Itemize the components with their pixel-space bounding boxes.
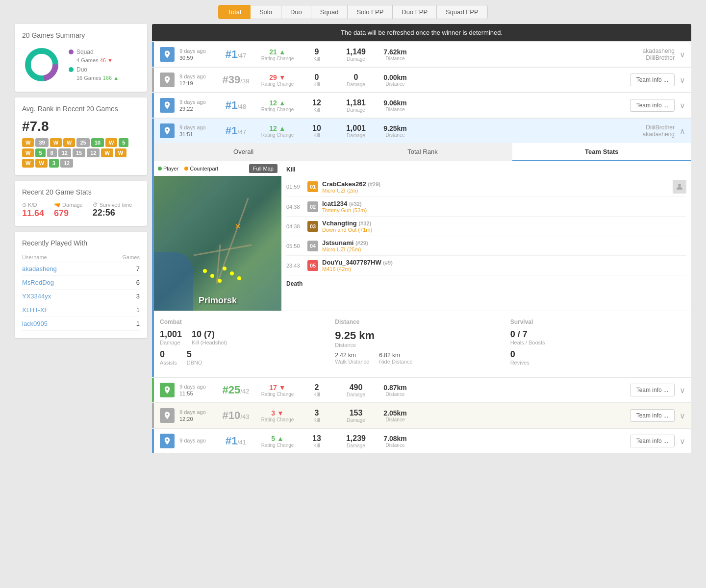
avg-rank-title: Avg. Rank in Recent 20 Games <box>22 105 140 113</box>
fullmap-button[interactable]: Full Map <box>249 164 277 173</box>
match-rating-1: 21 ▲ Rating Change <box>258 48 297 61</box>
match-kills-1: 9 Kill <box>297 48 336 62</box>
games-count: 1 <box>101 317 140 331</box>
kill-weapon-1: Micro UZI (2m) <box>322 188 380 194</box>
badge-15: 15 <box>73 148 85 157</box>
match-header-5[interactable]: 9 days ago 11:55 #25/42 17 ▼ Rating Chan… <box>154 378 691 402</box>
chevron-down-icon-6[interactable]: ∨ <box>680 411 685 420</box>
damage-value: 679 <box>54 208 83 219</box>
chevron-down-icon-2[interactable]: ∨ <box>680 75 685 85</box>
kill-rank-badge-1: 01 <box>307 181 318 192</box>
tab-team-stats[interactable]: Team Stats <box>512 143 691 161</box>
tab-solo[interactable]: Solo <box>251 5 281 19</box>
match-players-2: Team info ... <box>415 74 675 86</box>
team-info-button-6[interactable]: Team info ... <box>630 409 675 422</box>
summary-title: 20 Games Summary <box>22 31 140 39</box>
match-distance-1: 7.62km Distance <box>376 48 415 61</box>
tab-total-rank[interactable]: Total Rank <box>333 143 512 161</box>
donut-chart <box>22 45 61 84</box>
ride-val: 6.82 km <box>379 352 412 359</box>
kill-rank-badge-5: 05 <box>307 260 318 271</box>
chevron-down-icon-1[interactable]: ∨ <box>680 50 685 59</box>
match-icon-7 <box>160 434 175 448</box>
match-row-expanded: 9 days ago 31:51 #1/47 12 ▲ Rating Chang… <box>152 119 691 377</box>
chevron-down-icon-3[interactable]: ∨ <box>680 101 685 110</box>
svg-point-2 <box>31 54 52 75</box>
badge-w3: W <box>63 138 75 147</box>
match-header-2[interactable]: 9 days ago 12:19 #39/39 29 ▼ Rating Chan… <box>154 68 691 92</box>
team-info-button-3[interactable]: Team info ... <box>630 99 675 112</box>
top-navigation: Total Solo Duo Squad Solo FPP Duo FPP Sq… <box>0 0 706 24</box>
tab-squad[interactable]: Squad <box>311 5 348 19</box>
player-name[interactable]: YX3344yx <box>22 290 101 303</box>
chevron-up-icon-4[interactable]: ∧ <box>680 126 685 136</box>
tab-total[interactable]: Total <box>218 5 250 19</box>
survival-col: Survival 0 / 7 Heals / Boosts 0 Revives <box>510 318 685 369</box>
kill-info-5: DouYu_3407787HW (#9) M416 (42m) <box>322 259 393 272</box>
tab-duo-fpp[interactable]: Duo FPP <box>393 5 437 19</box>
match-icon-3 <box>160 98 175 113</box>
match-players-1: akadasheng DiiiiBrother <box>415 48 675 61</box>
badge-12b: 12 <box>87 148 100 157</box>
avg-rank-card: Avg. Rank in Recent 20 Games #7.8 W 39 W… <box>15 98 147 175</box>
map-legend: Player Counterpart Full Map <box>154 161 281 176</box>
rating-label-1: Rating Change <box>258 56 297 61</box>
kill-info-4: Jstsunami (#29) Micro UZI (25m) <box>322 239 368 252</box>
tab-squad-fpp[interactable]: Squad FPP <box>437 5 488 19</box>
chevron-down-icon-5[interactable]: ∨ <box>680 386 685 395</box>
match-header-6[interactable]: 9 days ago 12:20 #10/43 3 ▼ Rating Chang… <box>154 403 691 428</box>
match-header-4[interactable]: 9 days ago 31:51 #1/47 12 ▲ Rating Chang… <box>154 119 691 143</box>
match-header-3[interactable]: 9 days ago 29:22 #1/48 12 ▲ Rating Chang… <box>154 93 691 118</box>
recently-played-title: Recently Played With <box>22 239 140 247</box>
badge-5a: 5 <box>119 138 128 147</box>
kill-time-5: 23:43 <box>286 263 303 269</box>
map-location-name: Primorsk <box>199 295 237 306</box>
map-terrain: ✕ Primorsk <box>154 176 281 311</box>
combat-damage-val: 1,001 <box>160 329 182 340</box>
tab-solo-fpp[interactable]: Solo FPP <box>348 5 393 19</box>
match-row: 9 days ago 11:55 #25/42 17 ▼ Rating Chan… <box>152 378 691 402</box>
kill-panel: Kill 01:59 01 CrabCakes262 (#29) Micro U… <box>281 161 691 298</box>
combat-dbno-val: 5 <box>187 349 202 360</box>
recent-stats-title: Recent 20 Game Stats <box>22 188 140 196</box>
tab-duo[interactable]: Duo <box>281 5 311 19</box>
player-name[interactable]: XLHT-XF <box>22 303 101 317</box>
match-rank-num-1: #1/47 <box>226 48 247 60</box>
svg-point-3 <box>678 184 681 187</box>
chart-legend: Squad 4 Games 46 ▼ Duo 16 Games 166 ▲ <box>69 49 119 81</box>
match-row: 9 days ago 12:19 #39/39 29 ▼ Rating Chan… <box>152 68 691 92</box>
walk-val: 2.42 km <box>335 352 369 359</box>
team-info-button-2[interactable]: Team info ... <box>630 74 675 86</box>
games-count: 7 <box>101 262 140 276</box>
death-empty-text: Death data does not exist. <box>286 291 686 298</box>
team-info-button-7[interactable]: Team info ... <box>630 435 675 447</box>
badge-w4: W <box>105 138 117 147</box>
match-row: 9 days ago 12:20 #10/43 3 ▼ Rating Chang… <box>152 403 691 428</box>
match-time-2: 9 days ago 12:19 <box>179 74 214 86</box>
games-count: 3 <box>101 290 140 303</box>
survived-label: ⏱ Survived time <box>93 202 132 208</box>
match-header-7[interactable]: 9 days ago #1/41 5 ▲ Rating Change 13 Ki… <box>154 429 691 453</box>
list-item: lack09051 <box>22 317 140 331</box>
tab-overall[interactable]: Overall <box>154 143 333 161</box>
badge-w5: W <box>22 148 34 157</box>
badge-w8: W <box>22 159 34 168</box>
player-name[interactable]: lack0905 <box>22 317 101 331</box>
badge-12a: 12 <box>58 148 71 157</box>
list-item: YX3344yx3 <box>22 290 140 303</box>
badge-25: 25 <box>76 138 89 147</box>
match-row: 9 days ago 30:59 #1/47 21 ▲ Rating Chang… <box>152 42 691 67</box>
avg-rank-value: #7.8 <box>22 119 140 134</box>
survived-value: 22:56 <box>93 208 132 218</box>
match-damage-1: 1,149 Damage <box>336 48 376 62</box>
chevron-down-icon-7[interactable]: ∨ <box>680 437 685 446</box>
distance-title: Distance <box>335 318 510 325</box>
match-icon-1 <box>160 47 175 62</box>
combat-assists-val: 0 <box>160 349 177 360</box>
kill-item: 23:43 05 DouYu_3407787HW (#9) M416 (42m) <box>286 256 686 275</box>
match-header-1[interactable]: 9 days ago 30:59 #1/47 21 ▲ Rating Chang… <box>154 42 691 67</box>
player-name[interactable]: MsRedDog <box>22 276 101 290</box>
legend-duo-label: Duo <box>76 66 87 73</box>
team-info-button-5[interactable]: Team info ... <box>630 384 675 396</box>
player-name[interactable]: akadasheng <box>22 262 101 276</box>
